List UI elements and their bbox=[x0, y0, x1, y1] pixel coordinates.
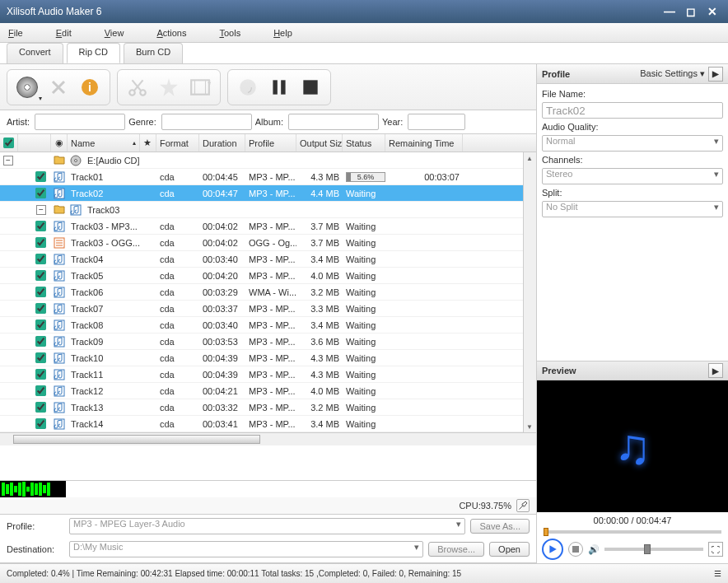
volume-icon[interactable]: 🔊 bbox=[588, 544, 600, 555]
track-row[interactable]: Track04 cda 00:03:40 MP3 - MP... 3.4 MB … bbox=[0, 251, 523, 268]
scroll-down[interactable]: ▼ bbox=[524, 421, 535, 432]
maximize-button[interactable]: ◻ bbox=[682, 4, 700, 19]
col-profile[interactable]: Profile bbox=[245, 134, 296, 152]
play-button[interactable] bbox=[542, 539, 563, 560]
profile-combo[interactable]: MP3 - MPEG Layer-3 Audio bbox=[69, 518, 465, 534]
track-checkbox[interactable] bbox=[35, 270, 46, 281]
scroll-up[interactable]: ▲ bbox=[524, 152, 535, 164]
track-row[interactable]: Track03 - MP3... cda 00:04:02 MP3 - MP..… bbox=[0, 218, 523, 235]
horizontal-scrollbar[interactable] bbox=[0, 432, 536, 445]
col-status[interactable]: Status bbox=[343, 134, 385, 152]
folder-icon bbox=[54, 203, 65, 217]
track-duration: 00:04:45 bbox=[199, 172, 245, 182]
titlebar[interactable]: Xilisoft Audio Maker 6 — ◻ ✕ bbox=[0, 0, 728, 23]
close-button[interactable]: ✕ bbox=[703, 4, 721, 19]
status-settings-button[interactable]: ☰ bbox=[714, 569, 721, 578]
menu-tools[interactable]: Tools bbox=[219, 28, 240, 38]
col-format[interactable]: Format bbox=[156, 134, 199, 152]
track-checkbox[interactable] bbox=[35, 303, 46, 314]
channels-select[interactable]: Stereo bbox=[542, 168, 723, 184]
info-button[interactable]: i bbox=[77, 74, 103, 100]
track-row[interactable]: Track10 cda 00:04:39 MP3 - MP... 4.3 MB … bbox=[0, 350, 523, 366]
col-remaining[interactable]: Remaining Time bbox=[385, 134, 463, 152]
track-row[interactable]: Track08 cda 00:03:40 MP3 - MP... 3.4 MB … bbox=[0, 317, 523, 333]
profile-expand-button[interactable]: ▶ bbox=[708, 67, 723, 82]
track-checkbox[interactable] bbox=[35, 402, 46, 413]
tab-ripcd[interactable]: Rip CD bbox=[67, 43, 120, 63]
preview-expand-button[interactable]: ▶ bbox=[708, 363, 723, 378]
snapshot-button[interactable]: ⛶ bbox=[708, 542, 723, 557]
track-checkbox[interactable] bbox=[35, 385, 46, 396]
track-row[interactable]: Track02 cda 00:04:47 MP3 - MP... 4.4 MB … bbox=[0, 185, 523, 202]
preview-stop-button[interactable] bbox=[568, 542, 583, 557]
seek-slider[interactable] bbox=[537, 529, 728, 535]
browse-button[interactable]: Browse... bbox=[428, 542, 484, 557]
tab-burncd[interactable]: Burn CD bbox=[124, 43, 183, 63]
track-row[interactable]: Track09 cda 00:03:53 MP3 - MP... 3.6 MB … bbox=[0, 333, 523, 350]
year-input[interactable] bbox=[408, 114, 465, 130]
track-checkbox[interactable] bbox=[35, 369, 46, 380]
track-row[interactable]: Track12 cda 00:04:21 MP3 - MP... 4.0 MB … bbox=[0, 383, 523, 399]
col-outputsize[interactable]: Output Size bbox=[296, 134, 343, 152]
filename-input[interactable] bbox=[542, 102, 723, 119]
menu-actions[interactable]: Actions bbox=[156, 28, 186, 38]
destination-combo[interactable]: D:\My Music bbox=[69, 541, 423, 557]
track-checkbox[interactable] bbox=[35, 254, 46, 264]
col-duration[interactable]: Duration bbox=[199, 134, 245, 152]
menu-help[interactable]: Help bbox=[273, 28, 292, 38]
collapse-icon[interactable]: − bbox=[3, 156, 13, 166]
pause-button[interactable] bbox=[266, 74, 292, 100]
tab-convert[interactable]: Convert bbox=[7, 43, 63, 63]
record-button[interactable] bbox=[235, 74, 261, 100]
track-row[interactable]: Track03 - OGG... cda 00:04:02 OGG - Og..… bbox=[0, 235, 523, 251]
track-checkbox[interactable] bbox=[35, 352, 46, 363]
genre-input[interactable] bbox=[161, 114, 252, 130]
minimize-button[interactable]: — bbox=[660, 4, 679, 19]
track-checkbox[interactable] bbox=[35, 171, 46, 182]
album-input[interactable] bbox=[288, 114, 379, 130]
menu-edit[interactable]: Edit bbox=[56, 28, 72, 38]
track-row[interactable]: Track06 cda 00:03:29 WMA - Wi... 3.2 MB … bbox=[0, 284, 523, 301]
track-checkbox[interactable] bbox=[35, 336, 46, 347]
folder-row-track03[interactable]: − Track03 bbox=[0, 202, 523, 218]
menu-view[interactable]: View bbox=[105, 28, 124, 38]
track-row[interactable]: Track05 cda 00:04:20 MP3 - MP... 4.0 MB … bbox=[0, 268, 523, 284]
saveas-button[interactable]: Save As... bbox=[470, 519, 530, 534]
stop-button[interactable] bbox=[297, 74, 324, 100]
track-profile: MP3 - MP... bbox=[245, 304, 296, 314]
col-star[interactable]: ★ bbox=[140, 134, 156, 152]
track-row[interactable]: Track13 cda 00:03:32 MP3 - MP... 3.2 MB … bbox=[0, 399, 523, 416]
artist-input[interactable] bbox=[35, 114, 125, 130]
effects-button[interactable] bbox=[156, 74, 182, 100]
col-name[interactable]: Name ▴ bbox=[68, 134, 140, 152]
track-checkbox[interactable] bbox=[35, 319, 46, 330]
col-type[interactable]: ◉ bbox=[51, 134, 68, 152]
split-select[interactable]: No Split bbox=[542, 201, 723, 217]
basic-settings-dropdown[interactable]: Basic Settings ▾ bbox=[640, 68, 705, 79]
track-row[interactable]: Track07 cda 00:03:37 MP3 - MP... 3.3 MB … bbox=[0, 301, 523, 317]
clip-button[interactable]: + bbox=[187, 74, 213, 100]
delete-button[interactable] bbox=[45, 74, 72, 100]
open-button[interactable]: Open bbox=[489, 542, 530, 557]
cut-button[interactable] bbox=[124, 74, 151, 100]
star-icon bbox=[158, 77, 180, 98]
volume-slider[interactable] bbox=[604, 548, 703, 551]
track-row[interactable]: Track01 cda 00:04:45 MP3 - MP... 4.3 MB … bbox=[0, 169, 523, 185]
track-checkbox[interactable] bbox=[35, 237, 46, 248]
table-body[interactable]: − E:[Audio CD] Track01 cda 00:04:45 MP3 … bbox=[0, 152, 523, 432]
disc-button[interactable]: ▾ bbox=[14, 74, 40, 100]
track-row[interactable]: Track11 cda 00:04:39 MP3 - MP... 4.3 MB … bbox=[0, 366, 523, 383]
folder-row-cd[interactable]: − E:[Audio CD] bbox=[0, 152, 523, 169]
quality-select[interactable]: Normal bbox=[542, 135, 723, 152]
col-check-all[interactable] bbox=[0, 134, 18, 152]
collapse-icon[interactable]: − bbox=[36, 205, 46, 215]
settings-wrench-button[interactable] bbox=[516, 499, 530, 512]
track-checkbox[interactable] bbox=[35, 221, 46, 231]
menu-file[interactable]: File bbox=[8, 28, 23, 38]
track-checkbox[interactable] bbox=[35, 188, 46, 198]
vertical-scrollbar[interactable]: ▲ ▼ bbox=[523, 152, 536, 432]
track-checkbox[interactable] bbox=[35, 418, 46, 429]
track-format: cda bbox=[156, 238, 199, 248]
track-row[interactable]: Track14 cda 00:03:41 MP3 - MP... 3.4 MB … bbox=[0, 416, 523, 432]
track-checkbox[interactable] bbox=[35, 287, 46, 297]
